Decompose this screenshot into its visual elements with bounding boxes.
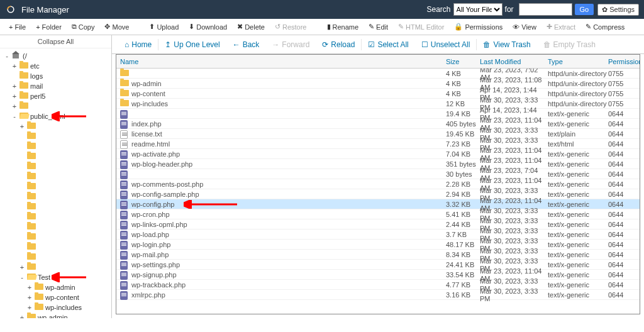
table-row[interactable]: wp-trackback.php4.77 KBMar 30, 2023, 3:3… (116, 280, 640, 290)
table-row[interactable]: wp-includes12 KBMar 30, 2023, 3:33 PMhtt… (116, 99, 640, 109)
tree-node[interactable]: -Test (1, 272, 110, 282)
restore-button[interactable]: ↺Restore (270, 19, 312, 35)
move-button[interactable]: ✥Move (99, 19, 134, 35)
tree-node[interactable]: logs (1, 71, 110, 81)
table-row[interactable]: wp-comments-post.php2.28 KBMar 23, 2023,… (116, 179, 640, 189)
table-row[interactable]: xmlrpc.php3.16 KBMar 30, 2023, 3:33 PMte… (116, 290, 640, 300)
search-input[interactable] (519, 3, 572, 16)
tree-node[interactable] (1, 252, 110, 262)
copy-button[interactable]: ⧉Copy (67, 19, 100, 35)
table-row[interactable]: wp-settings.php24.41 KBMar 30, 2023, 3:3… (116, 260, 640, 270)
home-nav-button[interactable]: ⌂Home (118, 40, 158, 49)
delete-button[interactable]: ✖Delete (232, 19, 270, 35)
tree-node[interactable] (1, 192, 110, 202)
tree-node[interactable]: + (1, 101, 110, 111)
toggle-icon[interactable]: + (11, 62, 18, 70)
tree-node[interactable] (1, 242, 110, 252)
upload-button[interactable]: ⬆Upload (144, 19, 184, 35)
col-name[interactable]: Name (116, 58, 446, 65)
edit-button[interactable]: ✎Edit (364, 19, 393, 35)
up-one-level-button[interactable]: ↥Up One Level (158, 40, 226, 49)
tree-node[interactable] (1, 222, 110, 232)
tree-node[interactable]: +wp-includes (1, 302, 110, 313)
empty-trash-button[interactable]: 🗑Empty Trash (537, 40, 602, 49)
table-row[interactable]: wp-activate.php7.04 KBMar 23, 2023, 11:0… (116, 149, 640, 159)
extract-button[interactable]: ✚Extract (541, 19, 580, 35)
tree-node[interactable]: +wp-admin (1, 282, 110, 292)
go-button[interactable]: Go (575, 4, 594, 15)
toggle-icon[interactable]: + (11, 102, 18, 110)
tree-node[interactable]: -public_html (1, 111, 110, 121)
tree-node[interactable] (1, 152, 110, 162)
rename-button[interactable]: ▮Rename (322, 19, 364, 35)
folder-button[interactable]: +Folder (31, 19, 67, 35)
toggle-icon[interactable]: - (4, 52, 10, 60)
reload-button[interactable]: ⟳Reload (316, 40, 361, 49)
view-button[interactable]: 👁View (508, 19, 541, 35)
toggle-icon[interactable]: + (19, 314, 25, 318)
table-row[interactable]: wp-links-opml.php2.44 KBMar 30, 2023, 3:… (116, 219, 640, 230)
tree-node[interactable]: +wp-admin (1, 313, 110, 318)
table-row[interactable]: wp-signup.php33.54 KBMar 23, 2023, 11:04… (116, 270, 640, 280)
file-table[interactable]: Name Size Last Modified Type Permissions… (116, 54, 640, 314)
tree-node[interactable] (1, 162, 110, 172)
table-row[interactable]: wp-config.php3.32 KBMar 23, 2023, 11:04 … (116, 199, 640, 209)
tree-node[interactable] (1, 212, 110, 222)
compress-button[interactable]: ✎Compress (580, 19, 630, 35)
tree-node[interactable] (1, 202, 110, 212)
download-button[interactable]: ⬇Download (184, 19, 232, 35)
permissions-button[interactable]: 🔒Permissions (449, 19, 508, 35)
select-all-button[interactable]: ☑Select All (362, 40, 414, 49)
back-button[interactable]: ←Back (226, 40, 266, 49)
tree-node[interactable]: -(/ (1, 51, 110, 61)
toggle-icon[interactable]: + (19, 263, 25, 271)
table-row[interactable]: 30 bytesMar 23, 2023, 7:04 AMtext/x-gene… (116, 169, 640, 179)
toggle-icon[interactable]: + (19, 123, 25, 130)
table-row[interactable]: wp-config-sample.php2.94 KBMar 30, 2023,… (116, 189, 640, 199)
tree-node[interactable]: + (1, 262, 110, 272)
table-row[interactable]: index.php405 bytesMar 23, 2023, 11:04 AM… (116, 119, 640, 129)
table-row[interactable]: wp-blog-header.php351 bytesMar 23, 2023,… (116, 159, 640, 169)
table-row[interactable]: wp-admin4 KBMar 23, 2023, 11:08 AMhttpd/… (116, 79, 640, 89)
forward-button[interactable]: →Forward (265, 40, 316, 49)
collapse-all-button[interactable]: Collapse All (0, 35, 111, 48)
table-row[interactable]: 19.4 KBApr 14, 2023, 1:44 PMtext/x-gener… (116, 109, 640, 119)
toggle-icon[interactable]: + (26, 304, 33, 311)
search-scope-select[interactable]: All Your Files (453, 3, 502, 16)
htmleditor-button[interactable]: ✎HTML Editor (393, 19, 449, 35)
tree-node[interactable]: + (1, 121, 110, 131)
settings-button[interactable]: ✿ Settings (597, 4, 639, 16)
tree-node[interactable]: +mail (1, 81, 110, 91)
table-row[interactable]: wp-login.php48.17 KBMar 30, 2023, 3:33 P… (116, 240, 640, 250)
tree-node[interactable] (1, 131, 110, 141)
tree-node[interactable]: +perl5 (1, 91, 110, 101)
tree-node[interactable] (1, 172, 110, 182)
file-button[interactable]: +File (4, 19, 31, 35)
cpanel-logo-icon (5, 4, 16, 15)
folder-label: Folder (42, 23, 62, 31)
toggle-icon[interactable]: - (19, 274, 25, 281)
table-row[interactable]: wp-cron.php5.41 KBMar 30, 2023, 3:33 PMt… (116, 209, 640, 219)
col-type[interactable]: Type (548, 58, 608, 65)
table-row[interactable]: readme.html7.23 KBMar 30, 2023, 3:33 PMt… (116, 139, 640, 149)
toggle-icon[interactable]: - (11, 113, 18, 120)
view-trash-button[interactable]: 🗑View Trash (477, 40, 536, 49)
toggle-icon[interactable]: + (26, 284, 33, 291)
unselect-all-button[interactable]: ☐Unselect All (415, 40, 477, 49)
table-row[interactable]: 4 KBMar 23, 2023, 7:02 AMhttpd/unix-dire… (116, 69, 640, 79)
table-row[interactable]: wp-mail.php8.34 KBMar 30, 2023, 3:33 PMt… (116, 250, 640, 260)
table-row[interactable]: wp-content4 KBApr 14, 2023, 1:44 PMhttpd… (116, 89, 640, 99)
tree-node[interactable] (1, 182, 110, 192)
table-row[interactable]: license.txt19.45 KBMar 30, 2023, 3:33 PM… (116, 129, 640, 139)
tree-node[interactable]: +wp-content (1, 292, 110, 302)
col-perm[interactable]: Permissions (608, 58, 640, 65)
tree-node[interactable]: +etc (1, 61, 110, 71)
tree-node[interactable] (1, 141, 110, 152)
toggle-icon[interactable]: + (11, 92, 18, 100)
col-modified[interactable]: Last Modified (480, 58, 548, 65)
tree-node[interactable] (1, 232, 110, 242)
toggle-icon[interactable]: + (26, 294, 33, 301)
col-size[interactable]: Size (446, 58, 480, 65)
toggle-icon[interactable]: + (11, 82, 18, 90)
table-row[interactable]: wp-load.php3.7 KBMar 30, 2023, 3:33 PMte… (116, 230, 640, 240)
